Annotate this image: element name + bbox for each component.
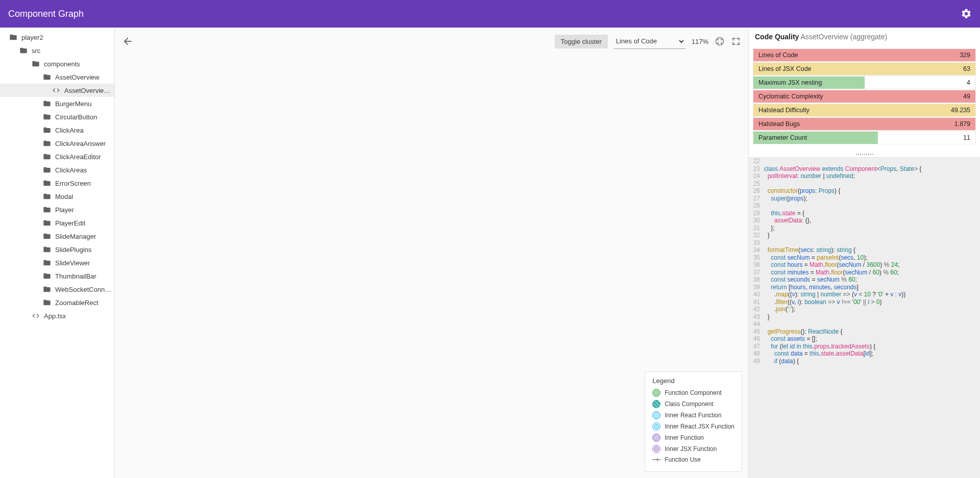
metric-row: Maximum JSX nesting4 — [753, 76, 976, 89]
tree-label: player2 — [21, 34, 43, 41]
code-line: 34 formatTime(secs: string): string { — [749, 246, 980, 254]
metric-row: Halstead Difficulty49.235 — [753, 104, 976, 117]
code-line: 41 .filter((v, i): boolean => v !== '00'… — [749, 298, 980, 306]
code-line: 45 getProgress(): ReactNode { — [749, 328, 980, 336]
tree-label: ErrorScreen — [55, 180, 91, 187]
svg-point-1 — [717, 39, 719, 40]
settings-icon[interactable] — [961, 8, 972, 19]
code-line: 32 } — [749, 232, 980, 239]
tree-item[interactable]: ClickArea — [0, 123, 114, 137]
metric-row: Lines of Code329 — [753, 48, 976, 62]
code-line: 30 assetData: {}, — [749, 217, 980, 224]
code-line: 35 const secNum = parseInt(secs, 10); — [749, 254, 980, 262]
tree-item[interactable]: App.tsx — [0, 309, 114, 322]
code-line: 23class AssetOverview extends Component<… — [749, 165, 980, 173]
legend-row: Function Use — [652, 456, 734, 463]
tree-item[interactable]: SlideViewer — [0, 256, 114, 269]
tree-label: src — [32, 47, 40, 55]
tree-item[interactable]: ClickAreas — [0, 163, 114, 177]
tree-label: CircularButton — [55, 113, 97, 121]
tree-item[interactable]: ClickAreaAnswer — [0, 137, 114, 150]
tree-label: SlideViewer — [55, 259, 90, 267]
fullscreen-icon[interactable] — [731, 36, 741, 46]
code-line: 27 super(props); — [749, 195, 980, 203]
svg-point-3 — [717, 42, 719, 44]
legend-row: Inner React JSX Function — [652, 422, 734, 431]
tree-item[interactable]: Modal — [0, 190, 114, 203]
metric-row: Lines of JSX Code63 — [753, 62, 976, 76]
tree-item[interactable]: PlayerEdit — [0, 216, 114, 230]
tree-item[interactable]: Player — [0, 203, 114, 216]
tree-label: components — [44, 60, 80, 68]
code-line: 29 this.state = { — [749, 210, 980, 217]
quality-header: Code Quality AssetOverview (aggregate) — [749, 28, 980, 46]
tree-label: ClickAreaAnswer — [55, 140, 106, 147]
tree-item[interactable]: SlidePlugins — [0, 243, 114, 256]
metric-row: Halstead Bugs1.879 — [753, 117, 976, 131]
tree-label: SlidePlugins — [55, 246, 92, 254]
app-header: Component Graph — [0, 0, 980, 28]
tree-item[interactable]: ErrorScreen — [0, 177, 114, 190]
svg-point-0 — [716, 38, 724, 45]
code-line: 28 — [749, 202, 980, 210]
zoom-level: 117% — [692, 38, 708, 45]
tree-label: Player — [55, 206, 74, 214]
tree-label: AssetOverview — [55, 73, 100, 81]
graph-canvas[interactable]: Toggle cluster Lines of Code 117% AssetO… — [115, 28, 748, 478]
pane-resize-handle[interactable] — [749, 151, 980, 157]
file-tree-sidebar[interactable]: player2srccomponentsAssetOverviewAssetOv… — [0, 28, 115, 478]
tree-item[interactable]: components — [0, 57, 114, 70]
tree-item[interactable]: ThumbnailBar — [0, 269, 114, 283]
metric-row: Cyclomatic Complexity49 — [753, 90, 976, 103]
code-line: 40 .map((v): string | number => (v < 10 … — [749, 291, 980, 298]
code-line: 46 const assets = []; — [749, 335, 980, 343]
svg-point-4 — [721, 42, 722, 44]
tree-label: WebSocketConnecti... — [55, 286, 114, 293]
back-icon[interactable] — [122, 36, 133, 47]
code-line: 24 pollInterval: number | undefined; — [749, 172, 980, 180]
tree-item[interactable]: ZoomableRect — [0, 296, 114, 309]
tree-label: Modal — [55, 193, 73, 200]
legend-row: Inner JSX Function — [652, 445, 734, 453]
code-line: 33 — [749, 239, 980, 247]
code-line: 36 const hours = Math.floor(secNum / 360… — [749, 261, 980, 269]
tree-item[interactable]: player2 — [0, 31, 114, 44]
code-line: 47 for (let id in this.props.trackedAsse… — [749, 343, 980, 350]
tree-item[interactable]: AssetOverview — [0, 70, 114, 84]
code-pane[interactable]: 2223class AssetOverview extends Componen… — [749, 157, 980, 478]
metric-select[interactable]: Lines of Code — [614, 34, 685, 49]
fit-icon[interactable] — [715, 36, 725, 46]
code-line: 31 }; — [749, 224, 980, 232]
toggle-cluster-button[interactable]: Toggle cluster — [555, 35, 608, 48]
code-line: 38 const seconds = secNum % 60; — [749, 276, 980, 284]
legend-row: Inner React Function — [652, 411, 734, 419]
code-line: 43 } — [749, 313, 980, 321]
tree-label: BurgerMenu — [55, 100, 92, 108]
code-line: 22 — [749, 158, 980, 165]
quality-panel: Code Quality AssetOverview (aggregate) L… — [748, 28, 980, 478]
tree-label: PlayerEdit — [55, 219, 85, 227]
tree-label: ZoomableRect — [55, 299, 99, 307]
tree-item[interactable]: AssetOverview.... — [0, 84, 114, 97]
legend-title: Legend — [652, 377, 734, 385]
tree-item[interactable]: src — [0, 44, 114, 57]
graph-toolbar: Toggle cluster Lines of Code 117% — [122, 34, 741, 49]
tree-label: SlideManager — [55, 233, 96, 240]
legend-row: Function Component — [652, 389, 734, 397]
app-title: Component Graph — [8, 9, 84, 19]
tree-label: App.tsx — [44, 312, 66, 320]
tree-item[interactable]: BurgerMenu — [0, 97, 114, 110]
tree-item[interactable]: ClickAreaEditor — [0, 150, 114, 163]
tree-label: ClickAreaEditor — [55, 153, 101, 161]
tree-label: ClickArea — [55, 127, 84, 134]
code-line: 37 const minutes = Math.floor(secNum / 6… — [749, 269, 980, 276]
tree-item[interactable]: SlideManager — [0, 230, 114, 243]
tree-item[interactable]: CircularButton — [0, 110, 114, 123]
quality-metrics: Lines of Code329Lines of JSX Code63Maxim… — [749, 46, 980, 151]
code-line: 42 .join(':'); — [749, 306, 980, 313]
code-line: 39 return [hours, minutes, seconds] — [749, 284, 980, 291]
code-line: 49 if (data) { — [749, 358, 980, 365]
code-line: 44 — [749, 320, 980, 328]
tree-item[interactable]: WebSocketConnecti... — [0, 283, 114, 296]
tree-label: ThumbnailBar — [55, 272, 96, 280]
